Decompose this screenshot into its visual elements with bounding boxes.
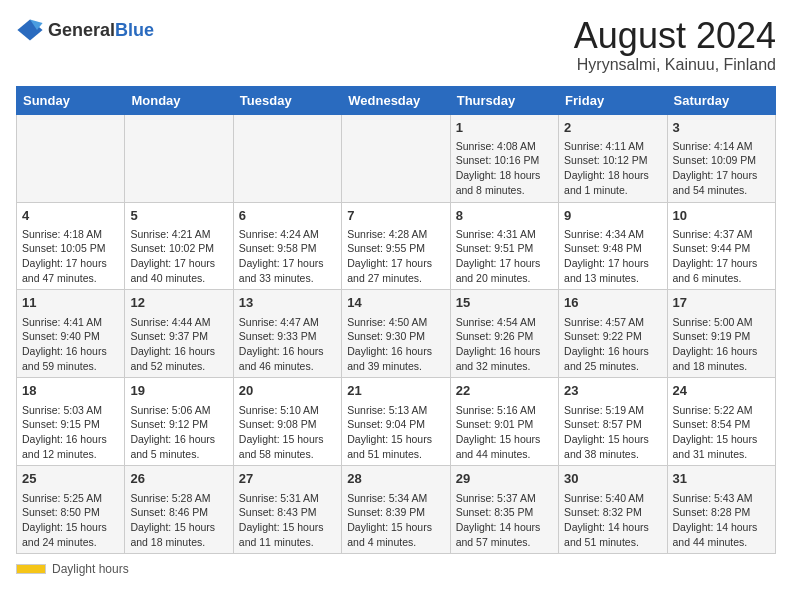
day-cell-23: 23Sunrise: 5:19 AM Sunset: 8:57 PM Dayli… <box>559 378 667 466</box>
logo: General Blue <box>16 16 154 44</box>
day-info: Sunrise: 4:28 AM Sunset: 9:55 PM Dayligh… <box>347 227 444 286</box>
empty-cell <box>125 114 233 202</box>
day-number: 15 <box>456 294 553 312</box>
header-row: SundayMondayTuesdayWednesdayThursdayFrid… <box>17 86 776 114</box>
day-number: 19 <box>130 382 227 400</box>
day-cell-17: 17Sunrise: 5:00 AM Sunset: 9:19 PM Dayli… <box>667 290 775 378</box>
day-number: 27 <box>239 470 336 488</box>
day-number: 7 <box>347 207 444 225</box>
day-cell-24: 24Sunrise: 5:22 AM Sunset: 8:54 PM Dayli… <box>667 378 775 466</box>
day-info: Sunrise: 5:03 AM Sunset: 9:15 PM Dayligh… <box>22 403 119 462</box>
daylight-bar-icon <box>16 564 46 574</box>
day-cell-2: 2Sunrise: 4:11 AM Sunset: 10:12 PM Dayli… <box>559 114 667 202</box>
header-day-sunday: Sunday <box>17 86 125 114</box>
day-cell-6: 6Sunrise: 4:24 AM Sunset: 9:58 PM Daylig… <box>233 202 341 290</box>
day-info: Sunrise: 5:34 AM Sunset: 8:39 PM Dayligh… <box>347 491 444 550</box>
day-number: 8 <box>456 207 553 225</box>
day-info: Sunrise: 5:37 AM Sunset: 8:35 PM Dayligh… <box>456 491 553 550</box>
empty-cell <box>342 114 450 202</box>
day-cell-27: 27Sunrise: 5:31 AM Sunset: 8:43 PM Dayli… <box>233 466 341 554</box>
day-cell-13: 13Sunrise: 4:47 AM Sunset: 9:33 PM Dayli… <box>233 290 341 378</box>
day-number: 10 <box>673 207 770 225</box>
day-number: 14 <box>347 294 444 312</box>
day-info: Sunrise: 4:11 AM Sunset: 10:12 PM Daylig… <box>564 139 661 198</box>
week-row-3: 11Sunrise: 4:41 AM Sunset: 9:40 PM Dayli… <box>17 290 776 378</box>
day-number: 16 <box>564 294 661 312</box>
week-row-1: 1Sunrise: 4:08 AM Sunset: 10:16 PM Dayli… <box>17 114 776 202</box>
day-info: Sunrise: 4:57 AM Sunset: 9:22 PM Dayligh… <box>564 315 661 374</box>
day-cell-19: 19Sunrise: 5:06 AM Sunset: 9:12 PM Dayli… <box>125 378 233 466</box>
day-info: Sunrise: 5:28 AM Sunset: 8:46 PM Dayligh… <box>130 491 227 550</box>
header: General Blue August 2024 Hyrynsalmi, Kai… <box>16 16 776 74</box>
day-cell-16: 16Sunrise: 4:57 AM Sunset: 9:22 PM Dayli… <box>559 290 667 378</box>
day-cell-14: 14Sunrise: 4:50 AM Sunset: 9:30 PM Dayli… <box>342 290 450 378</box>
day-info: Sunrise: 4:34 AM Sunset: 9:48 PM Dayligh… <box>564 227 661 286</box>
day-info: Sunrise: 5:06 AM Sunset: 9:12 PM Dayligh… <box>130 403 227 462</box>
empty-cell <box>17 114 125 202</box>
day-number: 1 <box>456 119 553 137</box>
day-info: Sunrise: 5:16 AM Sunset: 9:01 PM Dayligh… <box>456 403 553 462</box>
day-info: Sunrise: 4:31 AM Sunset: 9:51 PM Dayligh… <box>456 227 553 286</box>
day-number: 29 <box>456 470 553 488</box>
day-info: Sunrise: 4:21 AM Sunset: 10:02 PM Daylig… <box>130 227 227 286</box>
day-number: 2 <box>564 119 661 137</box>
day-cell-8: 8Sunrise: 4:31 AM Sunset: 9:51 PM Daylig… <box>450 202 558 290</box>
day-info: Sunrise: 5:43 AM Sunset: 8:28 PM Dayligh… <box>673 491 770 550</box>
day-info: Sunrise: 4:44 AM Sunset: 9:37 PM Dayligh… <box>130 315 227 374</box>
day-cell-10: 10Sunrise: 4:37 AM Sunset: 9:44 PM Dayli… <box>667 202 775 290</box>
daylight-label: Daylight hours <box>52 562 129 576</box>
day-cell-7: 7Sunrise: 4:28 AM Sunset: 9:55 PM Daylig… <box>342 202 450 290</box>
day-number: 24 <box>673 382 770 400</box>
day-info: Sunrise: 4:37 AM Sunset: 9:44 PM Dayligh… <box>673 227 770 286</box>
week-row-5: 25Sunrise: 5:25 AM Sunset: 8:50 PM Dayli… <box>17 466 776 554</box>
day-cell-15: 15Sunrise: 4:54 AM Sunset: 9:26 PM Dayli… <box>450 290 558 378</box>
day-info: Sunrise: 4:14 AM Sunset: 10:09 PM Daylig… <box>673 139 770 198</box>
calendar-header: SundayMondayTuesdayWednesdayThursdayFrid… <box>17 86 776 114</box>
header-day-wednesday: Wednesday <box>342 86 450 114</box>
week-row-4: 18Sunrise: 5:03 AM Sunset: 9:15 PM Dayli… <box>17 378 776 466</box>
logo-icon <box>16 16 44 44</box>
day-number: 25 <box>22 470 119 488</box>
day-number: 23 <box>564 382 661 400</box>
day-number: 3 <box>673 119 770 137</box>
day-cell-28: 28Sunrise: 5:34 AM Sunset: 8:39 PM Dayli… <box>342 466 450 554</box>
day-cell-11: 11Sunrise: 4:41 AM Sunset: 9:40 PM Dayli… <box>17 290 125 378</box>
day-number: 17 <box>673 294 770 312</box>
day-cell-26: 26Sunrise: 5:28 AM Sunset: 8:46 PM Dayli… <box>125 466 233 554</box>
day-info: Sunrise: 4:08 AM Sunset: 10:16 PM Daylig… <box>456 139 553 198</box>
day-info: Sunrise: 4:47 AM Sunset: 9:33 PM Dayligh… <box>239 315 336 374</box>
day-cell-5: 5Sunrise: 4:21 AM Sunset: 10:02 PM Dayli… <box>125 202 233 290</box>
day-number: 9 <box>564 207 661 225</box>
day-cell-29: 29Sunrise: 5:37 AM Sunset: 8:35 PM Dayli… <box>450 466 558 554</box>
day-cell-25: 25Sunrise: 5:25 AM Sunset: 8:50 PM Dayli… <box>17 466 125 554</box>
day-number: 20 <box>239 382 336 400</box>
week-row-2: 4Sunrise: 4:18 AM Sunset: 10:05 PM Dayli… <box>17 202 776 290</box>
day-number: 22 <box>456 382 553 400</box>
day-number: 12 <box>130 294 227 312</box>
day-cell-3: 3Sunrise: 4:14 AM Sunset: 10:09 PM Dayli… <box>667 114 775 202</box>
day-info: Sunrise: 4:18 AM Sunset: 10:05 PM Daylig… <box>22 227 119 286</box>
header-day-thursday: Thursday <box>450 86 558 114</box>
day-cell-30: 30Sunrise: 5:40 AM Sunset: 8:32 PM Dayli… <box>559 466 667 554</box>
day-info: Sunrise: 4:24 AM Sunset: 9:58 PM Dayligh… <box>239 227 336 286</box>
day-info: Sunrise: 5:13 AM Sunset: 9:04 PM Dayligh… <box>347 403 444 462</box>
day-info: Sunrise: 5:22 AM Sunset: 8:54 PM Dayligh… <box>673 403 770 462</box>
day-number: 21 <box>347 382 444 400</box>
day-info: Sunrise: 4:41 AM Sunset: 9:40 PM Dayligh… <box>22 315 119 374</box>
header-day-saturday: Saturday <box>667 86 775 114</box>
day-info: Sunrise: 5:10 AM Sunset: 9:08 PM Dayligh… <box>239 403 336 462</box>
day-number: 28 <box>347 470 444 488</box>
day-info: Sunrise: 5:40 AM Sunset: 8:32 PM Dayligh… <box>564 491 661 550</box>
day-cell-18: 18Sunrise: 5:03 AM Sunset: 9:15 PM Dayli… <box>17 378 125 466</box>
day-number: 11 <box>22 294 119 312</box>
day-info: Sunrise: 5:19 AM Sunset: 8:57 PM Dayligh… <box>564 403 661 462</box>
day-number: 5 <box>130 207 227 225</box>
day-cell-22: 22Sunrise: 5:16 AM Sunset: 9:01 PM Dayli… <box>450 378 558 466</box>
empty-cell <box>233 114 341 202</box>
day-number: 13 <box>239 294 336 312</box>
header-day-monday: Monday <box>125 86 233 114</box>
logo-blue-text: Blue <box>115 20 154 41</box>
day-info: Sunrise: 4:54 AM Sunset: 9:26 PM Dayligh… <box>456 315 553 374</box>
day-cell-31: 31Sunrise: 5:43 AM Sunset: 8:28 PM Dayli… <box>667 466 775 554</box>
header-day-tuesday: Tuesday <box>233 86 341 114</box>
